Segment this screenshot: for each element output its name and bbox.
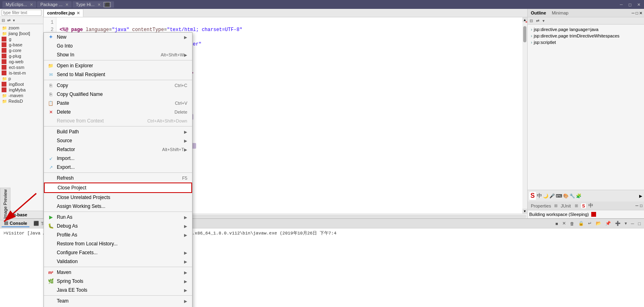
red-square-icon bbox=[2, 42, 6, 47]
tab-package[interactable]: Package ... ✕ bbox=[37, 1, 72, 8]
red-square-icon bbox=[2, 82, 6, 87]
tab-myeclipse[interactable]: MyEclips... ✕ bbox=[2, 1, 36, 8]
menu-item-paste[interactable]: 📋 Paste Ctrl+V bbox=[44, 99, 192, 108]
tree-item-is-test-m[interactable]: is-test-m bbox=[0, 70, 43, 76]
tree-item-g[interactable]: g bbox=[0, 36, 43, 42]
image-preview-tab[interactable]: Image Preview bbox=[0, 188, 10, 220]
red-square-icon bbox=[2, 48, 6, 53]
stop-build-button[interactable] bbox=[591, 212, 596, 217]
right-panel-tabs: Outline Minimap ─ □ ✕ bbox=[528, 9, 644, 17]
menu-item-remove-context[interactable]: Remove from Context Ctrl+Alt+Shift+Down bbox=[44, 116, 192, 125]
menu-item-import[interactable]: ↙ Import... bbox=[44, 154, 192, 163]
menu-item-show-in[interactable]: Show In Alt+Shift+W ▶ bbox=[44, 50, 192, 59]
menu-item-go-into[interactable]: Go Into bbox=[44, 41, 192, 50]
tree-item-ingboot[interactable]: ingBoot bbox=[0, 81, 43, 87]
restore-button[interactable]: ◻ bbox=[627, 2, 633, 7]
copy-qualified-icon: ⎘ bbox=[47, 92, 54, 97]
menu-item-close-project[interactable]: Close Project bbox=[44, 183, 192, 193]
folder-icon: 📁 bbox=[2, 26, 7, 30]
minimize-bottom-button[interactable]: ─ bbox=[630, 220, 636, 227]
minimap-tab[interactable]: Minimap bbox=[550, 10, 570, 16]
menu-item-open-explorer[interactable]: 📁 Open in Explorer bbox=[44, 61, 192, 70]
menu-item-export[interactable]: ↗ Export... bbox=[44, 163, 192, 172]
open-file-button[interactable]: 📂 bbox=[594, 220, 603, 227]
ide-container: MyEclips... ✕ Package ... ✕ Type Hi... ✕… bbox=[0, 0, 644, 307]
menu-item-assign-working-sets[interactable]: Assign Working Sets... bbox=[44, 202, 192, 211]
vertical-scrollbar[interactable]: ▲ ▼ bbox=[522, 17, 527, 214]
pin-console-button[interactable]: 📌 bbox=[604, 220, 613, 227]
copy-icon: ⎘ bbox=[47, 83, 54, 88]
menu-item-run-as[interactable]: ▶ Run As ▶ bbox=[44, 213, 192, 218]
junit-tab[interactable]: JUnit bbox=[559, 203, 572, 209]
clear-console-button[interactable]: 🗑 bbox=[568, 220, 576, 227]
word-wrap-button[interactable]: ↵ bbox=[586, 220, 593, 227]
menu-item-close-unrelated[interactable]: Close Unrelated Projects bbox=[44, 193, 192, 202]
tree-item-g-core[interactable]: g-core bbox=[0, 48, 43, 53]
link-outline[interactable]: ⇄ bbox=[535, 18, 540, 23]
puzzle-icon: 🧩 bbox=[576, 193, 582, 199]
moon-icon: 🌙 bbox=[543, 193, 549, 199]
panel-right-max[interactable]: □ bbox=[640, 203, 642, 208]
expand-ime-button[interactable]: ▶ bbox=[639, 194, 642, 198]
console-view-menu[interactable]: ▾ bbox=[623, 220, 629, 227]
collapse-all-button[interactable]: ⊟ bbox=[1, 18, 6, 23]
new-console-button[interactable]: ➕ bbox=[613, 220, 622, 227]
menu-item-copy-qualified[interactable]: ⎘ Copy Qualified Name bbox=[44, 90, 192, 99]
tree-item-jiang[interactable]: 📁 jiang [boot] bbox=[0, 31, 43, 36]
tree-item-redisd[interactable]: 📁 RedisD bbox=[0, 98, 43, 104]
editor-tab-controller-jsp[interactable]: controller.jsp ✕ bbox=[43, 9, 83, 17]
mail-icon: ✉ bbox=[47, 72, 54, 77]
outline-menu[interactable]: ▾ bbox=[541, 18, 546, 23]
tools-icon: 🔧 bbox=[569, 193, 575, 199]
link-editor-button[interactable]: ⇄ bbox=[6, 18, 11, 23]
run-as-icon: ▶ bbox=[47, 214, 54, 218]
search-input[interactable] bbox=[2, 10, 41, 16]
tree-item-maven[interactable]: 📁 -maven bbox=[0, 93, 43, 98]
context-menu: ✦ New ▶ Go Into Show In Alt+Shift+W ▶ 📁 … bbox=[43, 32, 193, 218]
outline-item-icon: › bbox=[531, 40, 532, 45]
red-square-icon bbox=[2, 65, 6, 70]
tab-close-icon[interactable]: ✕ bbox=[77, 11, 80, 15]
terminate-button[interactable]: ■ bbox=[554, 220, 560, 227]
menu-item-refresh[interactable]: Refresh F5 bbox=[44, 174, 192, 183]
outline-tab[interactable]: Outline bbox=[529, 10, 548, 16]
maximize-bottom-button[interactable]: □ bbox=[636, 220, 642, 227]
sidebar-menu-button[interactable]: ▾ bbox=[12, 18, 16, 23]
terminal-icon: ⬛ bbox=[33, 221, 39, 226]
menu-item-send-mail[interactable]: ✉ Send to Mail Recipient bbox=[44, 70, 192, 79]
tree-item-g-plug[interactable]: g-plug bbox=[0, 53, 43, 59]
panel-right-close[interactable]: ─ bbox=[636, 203, 638, 208]
outline-item-directive-page-trim[interactable]: › jsp:directive.page trimDirectiveWhites… bbox=[529, 33, 642, 39]
maximize-panel-button[interactable]: □ bbox=[636, 11, 638, 15]
menu-item-build-path[interactable]: Build Path ▶ bbox=[44, 127, 192, 136]
menu-item-copy[interactable]: ⎘ Copy Ctrl+C bbox=[44, 81, 192, 90]
scroll-lock-button[interactable]: 🔒 bbox=[577, 220, 586, 227]
tree-item-g-base[interactable]: g-base bbox=[0, 42, 43, 48]
menu-item-new[interactable]: ✦ New ▶ bbox=[44, 33, 192, 41]
menu-item-delete[interactable]: ✕ Delete Delete bbox=[44, 108, 192, 116]
remove-launch-button[interactable]: ✕ bbox=[561, 220, 567, 227]
menu-item-refactor[interactable]: Refactor Alt+Shift+T ▶ bbox=[44, 145, 192, 154]
close-button[interactable]: ✕ bbox=[636, 2, 642, 7]
outline-item-directive-page-language[interactable]: › jsp:directive.page language=java bbox=[529, 26, 642, 33]
folder-icon: 📁 bbox=[2, 99, 7, 104]
outline-item-scriptlet[interactable]: › jsp:scriptlet bbox=[529, 39, 642, 46]
menu-separator bbox=[44, 212, 192, 212]
arrow-icon: ▶ bbox=[184, 147, 187, 152]
close-panel-button[interactable]: ✕ bbox=[639, 11, 642, 15]
tree-item-zoom[interactable]: 📁 zoom bbox=[0, 25, 43, 31]
tree-item-p[interactable]: 📁 p bbox=[0, 76, 43, 81]
chinese-small-icon: 中 bbox=[588, 202, 593, 209]
menu-separator bbox=[44, 60, 192, 60]
tree-item-ect-ssm[interactable]: ect-ssm bbox=[0, 64, 43, 70]
console-tab[interactable]: ▤ Console bbox=[2, 220, 29, 227]
console-icon: ▤ bbox=[4, 220, 8, 226]
tree-item-og-web[interactable]: og-web bbox=[0, 59, 43, 64]
collapse-all-outline[interactable]: ⊟ bbox=[528, 18, 534, 23]
tree-item-ingmyba[interactable]: ingMyba bbox=[0, 87, 43, 93]
menu-item-source[interactable]: Source ▶ bbox=[44, 136, 192, 145]
minimize-button[interactable]: ─ bbox=[619, 2, 624, 7]
properties-tab[interactable]: Properties bbox=[529, 203, 553, 209]
tab-type-hierarchy[interactable]: Type Hi... ✕ ⬛ bbox=[72, 1, 114, 8]
minimize-panel-button[interactable]: ─ bbox=[632, 11, 634, 15]
